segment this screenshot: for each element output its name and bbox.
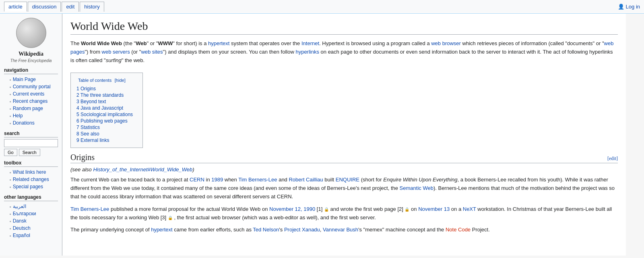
search-section-title: search — [4, 131, 58, 137]
sidebar-item-bulgarian[interactable]: Български — [4, 210, 58, 217]
cern-link[interactable]: CERN — [190, 177, 204, 183]
sidebar-item-community[interactable]: Community portal — [4, 83, 58, 90]
toc-item-7[interactable]: 7 Statistics — [76, 124, 137, 131]
user-icon: 👤 — [618, 4, 624, 10]
nav-section-title: navigation — [4, 67, 58, 74]
web-sites-link[interactable]: web sites — [141, 49, 163, 55]
vannevar-link[interactable]: Vannevar Bush — [323, 227, 358, 233]
sidebar-item-special-pages[interactable]: Special pages — [4, 183, 58, 190]
sidebar-item-related-changes[interactable]: Related changes — [4, 176, 58, 183]
see-also-note: (see also History_of_the_Internet#World_… — [70, 166, 618, 173]
date2-link[interactable]: November 13 — [418, 206, 450, 212]
sidebar-item-recent-changes[interactable]: Recent changes — [4, 98, 58, 105]
next-link[interactable]: NeXT — [463, 206, 476, 212]
toc-item-8[interactable]: 8 See also — [76, 131, 137, 137]
sidebar-item-what-links[interactable]: What links here — [4, 169, 58, 176]
web-browser-link[interactable]: web browser — [431, 40, 461, 46]
history-internet-link[interactable]: History_of_the_Internet#World_Wide_Web — [93, 166, 192, 173]
origins-edit-link[interactable]: [edit] — [607, 156, 618, 162]
page-header: article discussion edit history 👤 Log in — [0, 0, 644, 14]
toc-item-2[interactable]: 2 The three standards — [76, 92, 137, 98]
sidebar-item-current-events[interactable]: Current events — [4, 90, 58, 98]
sidebar-item-spanish[interactable]: Español — [4, 232, 58, 239]
login-link[interactable]: 👤 Log in — [618, 4, 640, 10]
search-buttons: Go Search — [4, 149, 58, 156]
toc-item-6[interactable]: 6 Publishing web pages — [76, 118, 137, 124]
intro-paragraph: The World Wide Web (the "Web" or "WWW" f… — [70, 40, 618, 64]
sidebar-item-arabic[interactable]: العربية — [4, 203, 58, 210]
wiki-title: Wikipedia — [19, 51, 43, 57]
origins-para3: The primary underlying concept of hypert… — [70, 226, 618, 234]
toc-item-5[interactable]: 5 Sociological implications — [76, 111, 137, 118]
note-code-link[interactable]: Note Code — [446, 227, 471, 233]
languages-section-title: other languages — [4, 194, 58, 201]
sidebar-item-donations[interactable]: Donations — [4, 119, 58, 127]
wikipedia-globe — [16, 18, 46, 48]
xanadu-link[interactable]: Project Xanadu — [284, 227, 320, 233]
search-button[interactable]: Search — [19, 149, 40, 156]
origins-para1: The current Web can be traced back to a … — [70, 176, 618, 201]
origins-para2: Tim Berners-Lee published a more formal … — [70, 205, 618, 222]
semantic-web-link[interactable]: Semantic Web — [400, 185, 433, 191]
toc-item-3[interactable]: 3 Beyond text — [76, 98, 137, 105]
tab-history[interactable]: history — [80, 2, 104, 12]
logo-area: Wikipedia The Free Encyclopedia — [4, 18, 58, 63]
wiki-subtitle: The Free Encyclopedia — [10, 58, 52, 63]
lock-icon1: 🔒 — [324, 207, 329, 211]
main-container: Wikipedia The Free Encyclopedia navigati… — [0, 14, 644, 256]
tab-discussion[interactable]: discussion — [28, 2, 61, 12]
hypertext-link[interactable]: hypertext — [208, 40, 229, 46]
sidebar-item-danish[interactable]: Dansk — [4, 217, 58, 225]
toolbox-section-title: toolbox — [4, 160, 58, 167]
rc-link[interactable]: Robert Cailliau — [289, 177, 323, 183]
lock-icon2: 🔒 — [405, 207, 409, 211]
sidebar-item-german[interactable]: Deutsch — [4, 225, 58, 232]
sidebar: Wikipedia The Free Encyclopedia navigati… — [0, 14, 62, 256]
origins-section-header: Origins [edit] — [70, 153, 618, 163]
enquire-italic: Enquire Within Upon Everything — [383, 177, 457, 183]
bold-web: Web — [136, 40, 147, 46]
sidebar-item-help[interactable]: Help — [4, 112, 58, 119]
sidebar-item-main-page[interactable]: Main Page — [4, 76, 58, 83]
tab-article[interactable]: article — [4, 2, 27, 12]
date1-link[interactable]: November 12, 1990 — [269, 206, 315, 212]
enquire-link[interactable]: ENQUIRE — [336, 177, 359, 183]
article-content: World Wide Web The World Wide Web (the "… — [62, 14, 626, 256]
search-section: search Go Search — [4, 131, 58, 156]
surfing-italic: surfing — [106, 57, 122, 63]
lock-icon3: 🔒 — [168, 215, 173, 220]
internet-link[interactable]: Internet — [301, 40, 319, 46]
toc-item-9[interactable]: 9 External links — [76, 137, 137, 144]
hyperlinks-link[interactable]: hyperlinks — [295, 49, 319, 55]
web-servers-link[interactable]: web servers — [102, 49, 130, 55]
go-button[interactable]: Go — [4, 149, 17, 156]
bold-www: World Wide Web — [81, 40, 122, 46]
tbl-link2[interactable]: Tim Berners-Lee — [70, 206, 109, 212]
page-title: World Wide Web — [70, 20, 618, 35]
tab-edit[interactable]: edit — [62, 2, 79, 12]
toc-title: Table of contents [hide] — [76, 77, 137, 83]
origins-heading: Origins — [70, 153, 95, 162]
bold-www2: WWW — [158, 40, 173, 46]
tab-bar: article discussion edit history — [4, 2, 105, 12]
year-1989-link[interactable]: 1989 — [211, 177, 223, 183]
toc-item-1[interactable]: 1 Origins — [76, 85, 137, 92]
toc-item-4[interactable]: 4 Java and Javascript — [76, 105, 137, 111]
tbl-link[interactable]: Tim Berners-Lee — [238, 177, 277, 183]
ted-nelson-link[interactable]: Ted Nelson — [253, 227, 279, 233]
hypertext2-link[interactable]: hypertext — [151, 227, 172, 233]
search-input[interactable] — [4, 139, 58, 147]
toc-hide-button[interactable]: [hide] — [115, 78, 126, 83]
toc-box: Table of contents [hide] 1 Origins 2 The… — [70, 73, 143, 148]
sidebar-item-random-page[interactable]: Random page — [4, 105, 58, 112]
